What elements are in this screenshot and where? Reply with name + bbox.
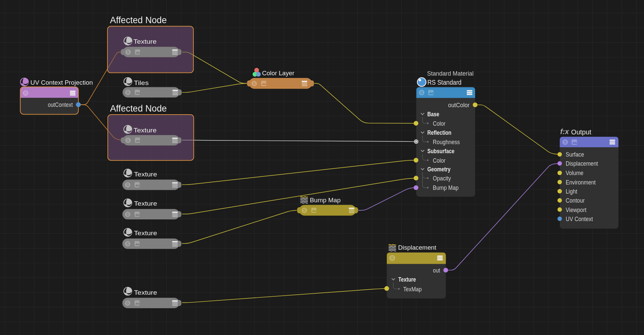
svg-text:Texture: Texture [134,229,157,237]
svg-text:S: S [303,208,306,213]
svg-text:S: S [126,182,129,187]
svg-text:Texture: Texture [134,38,157,45]
svg-text:Opacity: Opacity [433,175,451,182]
svg-text:Surface: Surface [566,151,584,158]
svg-text:Viewport: Viewport [566,207,587,213]
svg-text:Texture: Texture [134,171,157,178]
svg-text:Standard Material: Standard Material [427,70,474,77]
svg-text:Displacement: Displacement [566,160,598,167]
svg-text:Color: Color [433,157,446,164]
svg-text:Affected Node: Affected Node [110,103,167,114]
svg-text:Texture: Texture [134,289,157,296]
svg-text:S: S [24,90,27,95]
svg-text:Geometry: Geometry [427,166,451,173]
svg-text:Base: Base [427,111,439,118]
svg-text:S: S [126,301,129,305]
svg-text:out: out [433,267,440,274]
svg-text:Reflection: Reflection [427,129,452,136]
svg-text:S: S [126,242,129,246]
svg-text:Environment: Environment [566,179,596,186]
svg-text:Subsurface: Subsurface [427,148,455,155]
svg-text:f:x: f:x [560,127,569,136]
svg-text:S: S [391,255,394,260]
svg-text:S: S [564,139,567,144]
svg-text:Affected Node: Affected Node [110,15,167,25]
svg-text:Bump Map: Bump Map [433,184,459,191]
svg-text:Displacement: Displacement [398,244,436,251]
svg-text:Tiles: Tiles [134,79,149,86]
svg-text:TexMap: TexMap [403,286,422,293]
svg-text:S: S [420,90,423,95]
svg-text:Color: Color [433,120,446,127]
svg-text:S: S [127,90,129,95]
svg-text:S: S [127,50,129,54]
svg-text:Output: Output [571,128,592,136]
svg-text:S: S [127,138,129,143]
svg-text:RS Standard: RS Standard [427,78,462,86]
svg-text:outContext: outContext [48,101,73,108]
svg-text:UV Context Projection: UV Context Projection [31,79,93,86]
svg-text:UV Context: UV Context [566,216,593,222]
svg-text:Roughness: Roughness [433,139,460,145]
svg-text:Light: Light [566,188,577,195]
svg-text:Color Layer: Color Layer [262,70,295,77]
svg-text:Texture: Texture [134,127,157,134]
svg-text:Volume: Volume [566,170,584,176]
svg-text:Contour: Contour [566,197,585,204]
svg-text:Bump Map: Bump Map [310,197,341,204]
svg-text:Texture: Texture [134,200,157,207]
svg-text:S: S [253,81,256,86]
svg-text:S: S [126,212,129,217]
svg-text:outColor: outColor [448,102,470,109]
svg-text:Texture: Texture [398,276,416,283]
